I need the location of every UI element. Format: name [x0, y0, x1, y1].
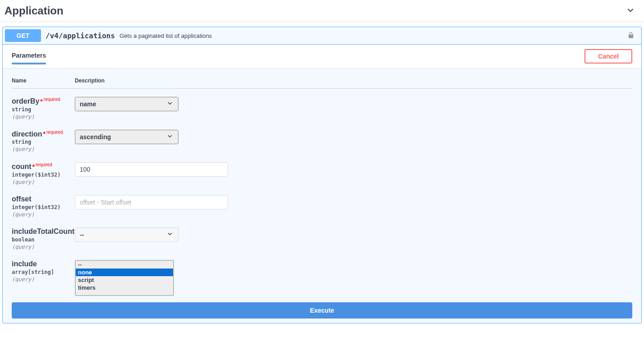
param-name: direction	[12, 130, 42, 137]
include-multiselect[interactable]: -- none script timers	[75, 260, 174, 296]
param-type: array[string]	[12, 269, 75, 275]
opblock-get-applications: GET /v4/applications Gets a paginated li…	[2, 27, 642, 323]
param-type: boolean	[12, 237, 75, 243]
opblock-summary[interactable]: GET /v4/applications Gets a paginated li…	[3, 27, 641, 45]
col-name: Name	[12, 77, 75, 84]
cancel-button[interactable]: Cancel	[585, 49, 632, 64]
endpoint-summary: Gets a paginated list of applications	[119, 32, 212, 39]
required-star: *	[40, 98, 42, 105]
param-name: include	[12, 260, 37, 268]
param-name: count	[12, 163, 32, 170]
param-type: integer($int32)	[12, 204, 75, 210]
param-includeTotalCount: includeTotalCount boolean (query) --	[12, 224, 632, 256]
required-text: required	[46, 130, 63, 135]
includeTotalCount-select[interactable]: --	[75, 228, 178, 242]
required-text: required	[44, 97, 60, 102]
param-name: orderBy	[12, 97, 39, 105]
param-in: (query)	[12, 244, 75, 250]
param-type: string	[12, 139, 75, 145]
lock-icon[interactable]	[627, 32, 635, 40]
param-type: string	[12, 106, 75, 113]
include-option[interactable]: timers	[76, 284, 173, 291]
required-text: required	[36, 162, 52, 167]
orderBy-select[interactable]: name	[75, 97, 178, 111]
param-orderBy: orderBy*required string (query) name	[12, 93, 632, 126]
param-type: integer($int32)	[12, 172, 75, 178]
required-star: *	[43, 130, 46, 137]
count-input[interactable]	[75, 162, 228, 177]
param-count: count*required integer($int32) (query)	[12, 159, 632, 191]
endpoint-path: /v4/applications	[46, 32, 115, 40]
param-in: (query)	[12, 146, 75, 152]
param-direction: direction*required string (query) ascend…	[12, 126, 632, 159]
param-in: (query)	[12, 114, 75, 120]
col-desc: Description	[75, 77, 105, 84]
parameters-tab[interactable]: Parameters	[12, 48, 46, 64]
section-header[interactable]: Application	[0, 0, 644, 22]
parameters-table-head: Name Description	[12, 77, 632, 89]
param-name: includeTotalCount	[12, 228, 74, 235]
required-star: *	[32, 163, 35, 170]
param-include: include array[string] (query) -- none sc…	[12, 256, 632, 302]
include-option[interactable]: --	[76, 261, 173, 269]
param-name: offset	[12, 195, 32, 203]
include-option[interactable]: none	[76, 269, 173, 276]
chevron-down-icon	[626, 6, 635, 16]
direction-select[interactable]: ascending	[75, 130, 178, 144]
parameters-table: Name Description orderBy*required string…	[3, 68, 641, 302]
execute-button[interactable]: Execute	[12, 302, 632, 319]
method-badge: GET	[5, 29, 41, 42]
section-title: Application	[5, 5, 64, 17]
param-in: (query)	[12, 179, 75, 185]
parameters-header: Parameters Cancel	[3, 45, 641, 68]
offset-input[interactable]	[75, 195, 228, 209]
param-in: (query)	[12, 276, 75, 282]
opblock-body: Parameters Cancel Name Description order…	[3, 45, 641, 323]
param-offset: offset integer($int32) (query)	[12, 191, 632, 224]
param-in: (query)	[12, 211, 75, 218]
include-option[interactable]: script	[76, 276, 173, 284]
